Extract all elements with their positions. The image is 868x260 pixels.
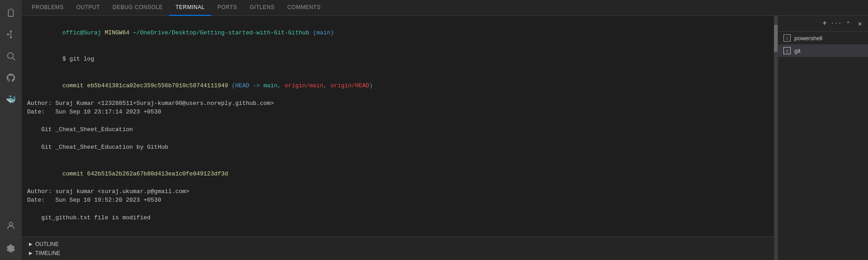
- main-area: PROBLEMS OUTPUT DEBUG CONSOLE TERMINAL P…: [22, 0, 868, 260]
- prompt-user: offic@Suraj: [62, 29, 101, 36]
- terminal-tab-git[interactable]: ▯ git: [778, 44, 868, 57]
- terminal-line-msg2: Git _Cheat_Sheet_Education by GitHub: [27, 143, 769, 152]
- docker-icon[interactable]: 🐳: [2, 90, 20, 109]
- timeline-chevron-icon: ▶: [29, 251, 33, 255]
- search-icon[interactable]: [2, 47, 20, 65]
- timeline-section[interactable]: ▶ TIMELINE: [25, 249, 770, 258]
- terminal-content[interactable]: offic@Suraj MINGW64 ~/OneDrive/Desktop/G…: [22, 16, 774, 236]
- timeline-label: TIMELINE: [35, 250, 60, 256]
- tab-gitlens[interactable]: GITLENS: [244, 0, 281, 16]
- terminal-line-date1: Date: Sun Sep 10 23:17:14 2023 +0530: [27, 108, 769, 117]
- svg-point-1: [10, 36, 12, 38]
- svg-point-7: [9, 222, 12, 226]
- settings-icon[interactable]: [2, 238, 20, 256]
- prompt-path: ~/OneDrive/Desktop/Getting-started-with-…: [129, 29, 309, 36]
- git-label: git: [794, 47, 801, 54]
- terminal-line-blank3: [27, 152, 769, 161]
- terminal-line-msg3: git_github.txt file is modified: [27, 213, 769, 222]
- commit-hash-2: commit 642b515a2b262a67b80d413ea1c0fe049…: [62, 170, 228, 177]
- close-panel-button[interactable]: ✕: [854, 18, 865, 29]
- ref-head-1: (HEAD ->: [228, 82, 264, 89]
- cmd-text: $ git log: [62, 56, 94, 62]
- tab-ports[interactable]: PORTS: [211, 0, 244, 16]
- extensions-icon[interactable]: [2, 4, 20, 22]
- terminal-line-commit3: commit be2ed817b8c4b71897cfdddd5a480bdc5…: [27, 231, 769, 236]
- terminal-line-msg1: Git _Cheat_Sheet_Education: [27, 125, 769, 134]
- terminal-wrapper: offic@Suraj MINGW64 ~/OneDrive/Desktop/G…: [22, 16, 774, 260]
- prompt-mingw: MINGW64: [101, 29, 129, 36]
- terminal-line-blank2: [27, 134, 769, 143]
- more-actions-button[interactable]: ···: [831, 18, 842, 29]
- right-panel-toolbar: + ··· ⌃ ✕: [778, 16, 868, 32]
- content-area: offic@Suraj MINGW64 ~/OneDrive/Desktop/G…: [22, 16, 868, 260]
- svg-point-5: [8, 53, 14, 59]
- terminal-line-prompt: offic@Suraj MINGW64 ~/OneDrive/Desktop/G…: [27, 19, 769, 46]
- git-icon: ▯: [783, 47, 791, 54]
- terminal-line-blank5: [27, 222, 769, 232]
- ref-origin-head-1: origin/HEAD: [330, 82, 369, 89]
- ref-close-1: ): [369, 82, 373, 89]
- ref-sep-2: ,: [323, 82, 330, 89]
- terminal-line-cmd: $ git log: [27, 46, 769, 73]
- add-terminal-button[interactable]: +: [819, 18, 830, 29]
- prompt-branch: (main): [309, 29, 334, 36]
- terminal-line-commit2: commit 642b515a2b262a67b80d413ea1c0fe049…: [27, 161, 769, 187]
- outline-chevron-icon: ▶: [29, 241, 33, 246]
- terminal-line-author1: Author: Suraj Kumar <123288511+Suraj-kum…: [27, 99, 769, 108]
- activity-bar: 🐳: [0, 0, 22, 260]
- terminal-line-blank1: [27, 117, 769, 126]
- powershell-icon: ▯: [783, 34, 791, 42]
- outline-section[interactable]: ▶ OUTLINE: [25, 240, 770, 249]
- maximize-panel-button[interactable]: ⌃: [843, 18, 854, 29]
- svg-point-2: [7, 33, 9, 36]
- github-icon[interactable]: [2, 69, 20, 87]
- account-icon[interactable]: [2, 217, 20, 235]
- ref-sep-1: ,: [278, 82, 285, 89]
- terminal-line-date2: Date: Sun Sep 10 19:52:20 2023 +0530: [27, 196, 769, 205]
- tab-terminal[interactable]: TERMINAL: [169, 0, 211, 16]
- bottom-panel: ▶ OUTLINE ▶ TIMELINE: [22, 236, 774, 260]
- terminal-line-blank4: [27, 205, 769, 214]
- ref-main-1: main: [264, 82, 278, 89]
- tab-comments[interactable]: COMMENTS: [281, 0, 327, 16]
- svg-point-0: [10, 30, 12, 33]
- tab-debug-console[interactable]: DEBUG CONSOLE: [106, 0, 169, 16]
- svg-line-6: [13, 58, 15, 60]
- source-control-icon[interactable]: [2, 25, 20, 43]
- scrollbar-thumb[interactable]: [774, 25, 778, 52]
- right-panel: + ··· ⌃ ✕ ▯ powershell ▯ git: [778, 16, 868, 260]
- tab-output[interactable]: OUTPUT: [70, 0, 106, 16]
- tab-problems[interactable]: PROBLEMS: [25, 0, 70, 16]
- powershell-label: powershell: [794, 35, 822, 42]
- outline-label: OUTLINE: [35, 241, 59, 247]
- tab-bar: PROBLEMS OUTPUT DEBUG CONSOLE TERMINAL P…: [22, 0, 868, 16]
- terminal-line-author2: Author: suraj kumar <suraj.ukumar.p@gmai…: [27, 187, 769, 196]
- scrollbar[interactable]: [774, 16, 778, 260]
- commit-hash-1: commit eb5b441381ca02ec359c556b7010c5874…: [62, 82, 228, 89]
- terminal-tab-powershell[interactable]: ▯ powershell: [778, 32, 868, 44]
- terminal-line-commit1: commit eb5b441381ca02ec359c556b7010c5874…: [27, 72, 769, 99]
- ref-origin-main-1: origin/main: [285, 82, 324, 89]
